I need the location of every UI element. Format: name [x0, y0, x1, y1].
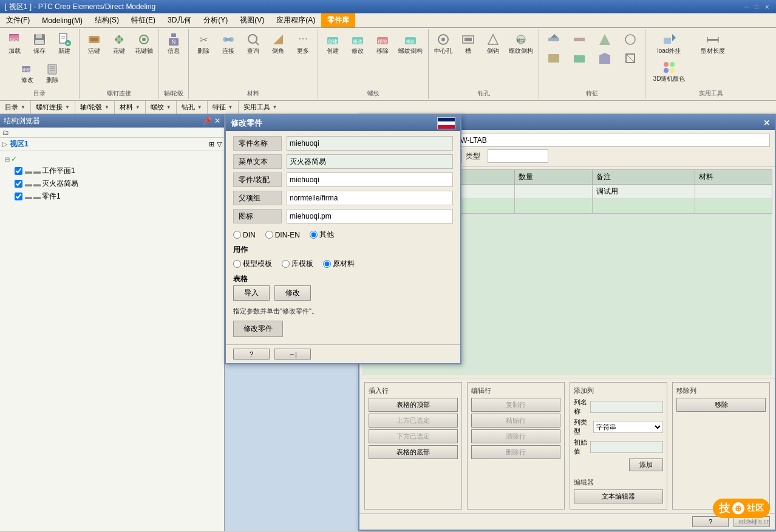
- toolbar-btn-save[interactable]: 保存: [27, 30, 52, 57]
- toolbar-btn-slot[interactable]: 槽: [456, 30, 480, 57]
- radio-din-input[interactable]: [233, 231, 241, 239]
- toolbar-btn-query[interactable]: 查询: [241, 30, 265, 57]
- cell-note-2[interactable]: [592, 199, 695, 214]
- radio-model-template-input[interactable]: [233, 260, 241, 268]
- text-editor-btn[interactable]: 文本编辑器: [574, 489, 663, 503]
- tree-item-workplane-check[interactable]: [15, 167, 22, 175]
- table-editor-close-icon[interactable]: ✕: [763, 118, 770, 128]
- sidebar-filter-icon[interactable]: ▽: [217, 140, 222, 148]
- icon-input[interactable]: [287, 209, 453, 223]
- partassembly-input[interactable]: [287, 172, 453, 187]
- toolbar-btn-remove[interactable]: 移除 移除: [370, 30, 395, 57]
- tree-item-part1[interactable]: ▬ ▬ 零件1: [2, 190, 222, 203]
- help-button[interactable]: ?: [233, 349, 270, 360]
- menutext-input[interactable]: [287, 154, 453, 169]
- menu-parts-library[interactable]: 零件库: [321, 13, 355, 27]
- menu-feature[interactable]: 特征(E): [125, 13, 162, 27]
- expand-minus-icon[interactable]: ⊟: [5, 156, 10, 163]
- radio-raw-material[interactable]: 原材料: [323, 259, 355, 269]
- cell-material-2[interactable]: [695, 199, 772, 214]
- col-type-select[interactable]: 字符串 数字 布尔: [593, 421, 663, 433]
- toolbar-btn-modify3[interactable]: 修改 修改: [345, 30, 370, 57]
- radio-raw-material-input[interactable]: [323, 260, 331, 268]
- insert-below-btn[interactable]: 下方已选定: [369, 429, 458, 443]
- menu-file[interactable]: 文件(F): [0, 13, 36, 27]
- toolbar-btn-del-mat[interactable]: ✂ 删除: [191, 30, 216, 57]
- radio-din-en[interactable]: DIN-EN: [265, 231, 300, 239]
- initial-val-field[interactable]: [590, 441, 663, 453]
- insert-top-btn[interactable]: 表格的顶部: [369, 398, 458, 412]
- radio-din-en-input[interactable]: [265, 231, 273, 239]
- toolbar-btn-create[interactable]: 创建 创建: [321, 30, 345, 57]
- radio-din[interactable]: DIN: [233, 231, 256, 239]
- menu-structure[interactable]: 结构(S): [89, 13, 125, 27]
- tbb-features[interactable]: 特征 ▼: [208, 101, 239, 114]
- toolbar-btn-more[interactable]: ⋯ 更多: [291, 30, 315, 57]
- radio-other-input[interactable]: [310, 231, 318, 239]
- minimize-btn[interactable]: ─: [743, 4, 750, 10]
- menu-3d[interactable]: 3D几何: [162, 13, 197, 27]
- col-qty[interactable]: 数量: [515, 170, 592, 185]
- toolbar-btn-connect[interactable]: 连接: [216, 30, 240, 57]
- view-label[interactable]: 视区1: [10, 139, 29, 149]
- toolbar-btn-chamfer[interactable]: 倒角: [266, 30, 290, 57]
- partname-input[interactable]: [287, 136, 453, 151]
- toolbar-btn-load[interactable]: ISO 加载: [2, 30, 27, 57]
- menu-app[interactable]: 应用程序(A): [270, 13, 321, 27]
- toolbar-btn-flower-shaft[interactable]: 花键轴: [132, 30, 156, 57]
- toolbar-btn-new[interactable]: + 新建: [52, 30, 77, 57]
- toolbar-btn-feat2[interactable]: [567, 30, 591, 49]
- toolbar-btn-delete[interactable]: 删除: [40, 60, 64, 86]
- delete-row-btn[interactable]: 删除行: [471, 445, 560, 459]
- tbb-drill[interactable]: 钻孔 ▼: [177, 101, 208, 114]
- tree-item-extinguisher[interactable]: ▬ ▬ 灭火器简易: [2, 177, 222, 190]
- toolbar-btn-center-hole[interactable]: 中心孔: [431, 30, 455, 57]
- type-input[interactable]: [488, 149, 548, 163]
- copy-row-btn[interactable]: 复制行: [471, 398, 560, 412]
- tbb-shaft[interactable]: 轴/轮毂 ▼: [75, 101, 115, 114]
- toolbar-btn-feat1[interactable]: [542, 30, 566, 49]
- insert-bottom-btn[interactable]: 表格的底部: [369, 445, 458, 459]
- toolbar-btn-feat5[interactable]: [542, 49, 566, 67]
- tbb-utility[interactable]: 实用工具 ▼: [239, 101, 282, 114]
- menu-analysis[interactable]: 分析(Y): [197, 13, 234, 27]
- sidebar-close-btn[interactable]: ✕: [214, 117, 220, 125]
- sidebar-pin-btn[interactable]: 📌: [203, 117, 212, 125]
- toolbar-btn-feat8[interactable]: [618, 49, 642, 67]
- tree-item-extinguisher-check[interactable]: [15, 180, 22, 188]
- import-button[interactable]: 导入: [233, 285, 270, 301]
- insert-above-btn[interactable]: 上方已选定: [369, 414, 458, 428]
- tbb-material[interactable]: 材料 ▼: [115, 101, 146, 114]
- cell-material-1[interactable]: [695, 185, 772, 199]
- cell-qty-2[interactable]: [515, 199, 592, 214]
- toolbar-btn-thread[interactable]: 螺纹 螺纹倒构: [395, 30, 426, 57]
- toolbar-btn-material-len[interactable]: 型材长度: [692, 30, 734, 57]
- toolbar-btn-info[interactable]: Ñ 信息: [162, 30, 186, 57]
- radio-model-template[interactable]: 模型模板: [233, 259, 272, 269]
- cell-qty-1[interactable]: [515, 185, 592, 199]
- cell-note-1[interactable]: 调试用: [592, 185, 695, 199]
- close-btn[interactable]: ✕: [763, 4, 771, 10]
- col-material[interactable]: 材料: [695, 170, 772, 185]
- modify-part-button[interactable]: 修改零件: [233, 321, 283, 337]
- col-note[interactable]: 备注: [592, 170, 695, 185]
- radio-lib-template[interactable]: 库模板: [282, 259, 313, 269]
- paste-row-btn[interactable]: 粘贴行: [471, 414, 560, 428]
- tbb-catalog[interactable]: 目录 ▼: [0, 101, 31, 114]
- restore-btn[interactable]: □: [753, 4, 760, 10]
- col-name-field[interactable]: [590, 401, 663, 413]
- menu-view[interactable]: 视图(V): [234, 13, 270, 27]
- sidebar-layout-icon[interactable]: ⊞: [209, 140, 214, 148]
- tree-item-part1-check[interactable]: [15, 193, 22, 200]
- tbb-thread[interactable]: 螺纹 ▼: [146, 101, 177, 114]
- toolbar-btn-feat4[interactable]: [618, 30, 642, 49]
- toolbar-btn-inverted-taper[interactable]: 倒钩: [481, 30, 505, 57]
- modify-table-button[interactable]: 修改: [274, 285, 311, 301]
- tbb-screw[interactable]: 螺钉连接 ▼: [31, 101, 75, 114]
- toolbar-btn-feat3[interactable]: [593, 30, 617, 49]
- radio-lib-template-input[interactable]: [282, 260, 290, 268]
- radio-other[interactable]: 其他: [310, 230, 334, 240]
- tree-item-workplane[interactable]: ▬ ▬ 工作平面1: [2, 165, 222, 177]
- clear-row-btn[interactable]: 清除行: [471, 429, 560, 443]
- parentgroup-input[interactable]: [287, 191, 453, 205]
